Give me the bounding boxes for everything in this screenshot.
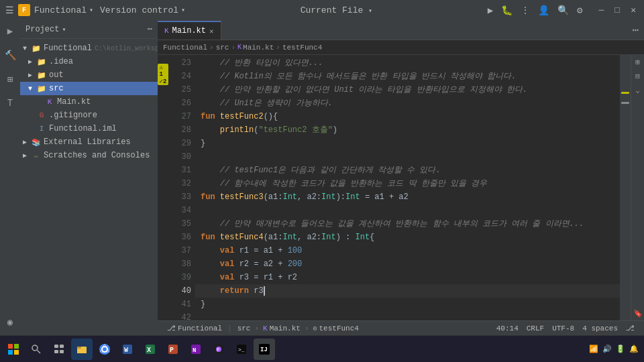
breadcrumb-sep-2: › bbox=[231, 44, 235, 52]
tree-item-idea[interactable]: ▶ 📁 .idea bbox=[20, 55, 158, 68]
breadcrumb-item-2[interactable]: src bbox=[216, 44, 229, 52]
taskbar-search-button[interactable] bbox=[25, 339, 47, 360]
taskbar-explorer-button[interactable] bbox=[71, 339, 93, 360]
code-line-39: val r3 = r1 + r2 bbox=[195, 271, 620, 284]
more-options-icon[interactable]: ⋮ bbox=[521, 5, 530, 16]
taskbar-battery-icon[interactable]: 🔋 bbox=[616, 345, 625, 353]
chevron-down-icon-2: ▾ bbox=[181, 6, 185, 14]
taskbar-chrome-button[interactable] bbox=[94, 339, 115, 360]
code-content[interactable]: // 반환 타입이 있다면... // Kotlin의 모든 함수나 메서드들은… bbox=[195, 55, 620, 320]
maximize-button[interactable]: □ bbox=[612, 5, 623, 15]
collapse-all-icon[interactable]: ⌄ bbox=[635, 86, 640, 95]
fold-icon[interactable]: ⊞ bbox=[635, 58, 640, 66]
unfold-icon[interactable]: ⊟ bbox=[635, 72, 640, 80]
tree-item-functional-iml[interactable]: I Functional.iml bbox=[20, 122, 158, 135]
ln-24: 24 bbox=[168, 70, 191, 83]
taskbar-onenote-button[interactable]: N bbox=[185, 339, 207, 360]
taskbar-intellij-button[interactable]: IJ bbox=[254, 339, 275, 360]
sidebar-icon-terminal[interactable]: ⊞ bbox=[2, 71, 18, 87]
ln-42: 42 bbox=[168, 311, 191, 320]
gutter-item-33 bbox=[158, 182, 168, 194]
taskbar-figma-button[interactable]: F bbox=[208, 339, 229, 360]
taskbar-excel-button[interactable]: X bbox=[140, 339, 161, 360]
taskbar-terminal-button[interactable]: >_ bbox=[231, 339, 252, 360]
project-dropdown[interactable]: Functional ▾ bbox=[34, 5, 93, 15]
tab-label: Main.kt bbox=[172, 26, 206, 36]
sidebar-icon-inspect[interactable]: T bbox=[2, 95, 18, 111]
tree-item-gitignore[interactable]: G .gitignore bbox=[20, 109, 158, 122]
status-line-ending[interactable]: CRLF bbox=[523, 324, 548, 333]
gutter-item-42 bbox=[158, 295, 168, 308]
taskbar-notification-bell[interactable]: 🔔 bbox=[629, 345, 639, 353]
code-editor[interactable]: ⚠ 1 ✓2 bbox=[158, 55, 644, 320]
taskbar-word-button[interactable]: W bbox=[117, 339, 138, 360]
folder-icon-functional: 📁 bbox=[31, 43, 42, 54]
status-position[interactable]: 40:14 bbox=[492, 324, 523, 333]
status-branch[interactable]: ⎇ Functional bbox=[163, 321, 226, 335]
app-logo: F bbox=[18, 4, 30, 16]
title-bar: ☰ F Functional ▾ Version control ▾ Curre… bbox=[0, 0, 644, 20]
status-src[interactable]: src bbox=[233, 321, 255, 335]
code-line-31: // testFunc1은 다음과 같이 간단하게 작성할 수 있다. bbox=[195, 164, 620, 177]
tabs-more-button[interactable]: ⋯ bbox=[627, 23, 644, 37]
svg-rect-7 bbox=[60, 345, 64, 348]
status-encoding[interactable]: UTF-8 bbox=[548, 324, 578, 333]
sidebar-icon-build[interactable]: 🔨 bbox=[2, 47, 18, 63]
minimize-button[interactable]: ─ bbox=[596, 5, 607, 15]
branch-icon: ⎇ bbox=[167, 324, 176, 333]
profile-icon[interactable]: 👤 bbox=[538, 5, 549, 16]
title-bar-center: Current File ▾ bbox=[189, 5, 484, 15]
tab-close-button[interactable]: ✕ bbox=[209, 27, 214, 36]
status-file[interactable]: K Main.kt bbox=[259, 321, 305, 335]
taskbar-wifi-icon[interactable]: 📶 bbox=[589, 345, 598, 353]
hamburger-menu-icon[interactable]: ☰ bbox=[5, 5, 14, 16]
breadcrumb-sep-3: › bbox=[276, 44, 280, 52]
line-numbers: 23 24 25 26 27 28 29 30 31 32 33 34 35 3… bbox=[168, 55, 195, 320]
tab-main-kt[interactable]: K Main.kt ✕ bbox=[158, 21, 221, 40]
code-line-27: fun testFunc2(){ bbox=[195, 110, 620, 123]
file-icon-git: G bbox=[36, 110, 47, 121]
tree-item-out[interactable]: ▶ 📁 out bbox=[20, 68, 158, 82]
bookmark-icon[interactable]: 🔖 bbox=[633, 309, 643, 318]
settings-icon[interactable]: ⚙ bbox=[577, 5, 582, 16]
file-icon-iml: I bbox=[36, 123, 47, 134]
tree-item-scratches[interactable]: ▶ ✏ Scratches and Consoles bbox=[20, 149, 158, 162]
sidebar-icon-plugins[interactable]: ◉ bbox=[2, 314, 18, 330]
gutter-left: ⚠ 1 ✓2 bbox=[158, 55, 168, 320]
run-icon[interactable]: ▶ bbox=[488, 5, 493, 16]
status-indent[interactable]: 4 spaces bbox=[578, 324, 622, 333]
taskbar-sound-icon[interactable]: 🔊 bbox=[602, 345, 612, 353]
tree-item-src[interactable]: ▼ 📁 src bbox=[20, 82, 158, 95]
breadcrumb-item-3[interactable]: K Main.kt bbox=[237, 44, 274, 52]
close-button[interactable]: ✕ bbox=[628, 5, 639, 15]
breadcrumb-item-4[interactable]: testFunc4 bbox=[282, 44, 322, 52]
status-git-icon[interactable]: ⎇ bbox=[622, 324, 639, 333]
version-control-button[interactable]: Version control ▾ bbox=[100, 5, 185, 15]
svg-rect-0 bbox=[8, 344, 13, 349]
svg-point-4 bbox=[32, 345, 38, 351]
tree-more-icon[interactable]: ⋯ bbox=[148, 24, 152, 34]
taskbar-taskview-button[interactable] bbox=[48, 339, 70, 360]
taskbar-start-button[interactable] bbox=[3, 339, 24, 360]
status-function[interactable]: ⊙ testFunc4 bbox=[309, 321, 362, 335]
edge-mark-2 bbox=[621, 102, 629, 104]
search-icon[interactable]: 🔍 bbox=[557, 5, 569, 16]
taskbar-powerpoint-button[interactable]: P bbox=[162, 339, 184, 360]
version-control-label: Version control bbox=[100, 5, 178, 15]
edge-markers[interactable] bbox=[620, 55, 631, 320]
sidebar-icon-run[interactable]: ▶ bbox=[2, 23, 18, 39]
tree-item-ext-libs[interactable]: ▶ 📚 External Libraries bbox=[20, 135, 158, 149]
editor-area: K Main.kt ✕ ⋯ Functional › src › K Main.… bbox=[158, 20, 644, 335]
code-line-28: println("testFunc2 호출") bbox=[195, 123, 620, 137]
tree-item-functional[interactable]: ▼ 📁 Functional C:\kotlin_workspace\ bbox=[20, 42, 158, 55]
code-line-26: // Unit은 생략이 가능하다. bbox=[195, 97, 620, 110]
debug-icon[interactable]: 🐛 bbox=[501, 5, 513, 16]
breadcrumb-item-1[interactable]: Functional bbox=[163, 44, 207, 52]
editor-tabs: K Main.kt ✕ ⋯ bbox=[158, 20, 644, 40]
code-line-32: // 함수내에 작성한 코드가 값을 반환하는 코드 딱 한줄만 있을 경우 bbox=[195, 177, 620, 190]
code-line-24: // Kotlin의 모든 함수나 메서드들은 반환 타입을 반드시 작성해야 … bbox=[195, 70, 620, 83]
tree-item-maink[interactable]: K Main.kt bbox=[20, 95, 158, 109]
tree-label-maink: Main.kt bbox=[57, 97, 91, 107]
code-line-23: // 반환 타입이 있다면... bbox=[195, 56, 620, 70]
title-bar-left: ☰ F Functional ▾ Version control ▾ bbox=[5, 4, 185, 16]
